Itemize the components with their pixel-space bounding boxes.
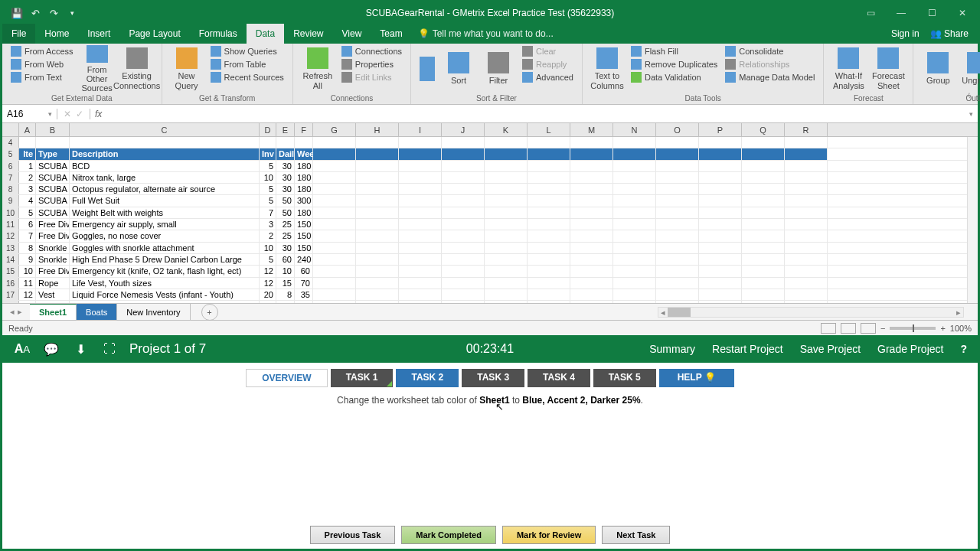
cell[interactable] [528, 230, 570, 241]
new-query-button[interactable]: New Query [168, 45, 205, 93]
cell[interactable] [442, 230, 485, 241]
tab-task4[interactable]: TASK 4 [528, 369, 590, 387]
cell[interactable] [699, 195, 742, 206]
cell[interactable] [656, 289, 699, 300]
share-button[interactable]: 👥 Share [930, 28, 969, 39]
col-header-Q[interactable]: Q [742, 123, 785, 136]
from-web-button[interactable]: From Web [8, 58, 76, 70]
cell[interactable]: 1 [19, 161, 36, 171]
cell[interactable] [485, 278, 528, 289]
existing-connections-button[interactable]: Existing Connections [119, 45, 155, 93]
cell[interactable] [570, 266, 613, 276]
cell[interactable] [613, 278, 656, 289]
cell[interactable] [742, 254, 785, 265]
sheet-tab-new-inventory[interactable]: New Inventory [117, 304, 190, 320]
cell[interactable]: Ite [19, 148, 36, 159]
cell[interactable] [356, 137, 399, 148]
cell[interactable]: 30 [276, 243, 295, 253]
row-header[interactable]: 6 [2, 161, 19, 171]
mark-review-button[interactable]: Mark for Review [502, 526, 596, 544]
tab-review[interactable]: Review [284, 24, 332, 44]
row-header[interactable]: 15 [2, 266, 19, 276]
col-header-B[interactable]: B [36, 123, 70, 136]
cell[interactable]: Weight Belt with weights [70, 207, 260, 218]
cell[interactable] [356, 230, 399, 241]
pagelayout-view-icon[interactable] [841, 323, 856, 334]
advanced-button[interactable]: Advanced [520, 71, 576, 83]
tab-overview[interactable]: OVERVIEW [246, 369, 327, 387]
cell[interactable] [742, 278, 785, 289]
cell[interactable] [356, 254, 399, 265]
cell[interactable] [613, 266, 656, 276]
next-sheet-icon[interactable]: ▸ [18, 307, 22, 317]
cell[interactable]: 6 [19, 219, 36, 230]
from-access-button[interactable]: From Access [8, 45, 76, 57]
relationships-button[interactable]: Relationships [723, 58, 817, 70]
cell[interactable] [785, 207, 828, 218]
col-header-E[interactable]: E [276, 123, 295, 136]
cell[interactable]: SCUBA [36, 207, 70, 218]
cell[interactable] [528, 289, 570, 300]
cell[interactable] [613, 254, 656, 265]
cell[interactable] [442, 266, 485, 276]
cell[interactable] [313, 289, 356, 300]
save-link[interactable]: Save Project [800, 343, 861, 355]
cell[interactable]: 10 [19, 266, 36, 276]
cell[interactable] [485, 243, 528, 253]
cell[interactable] [356, 243, 399, 253]
cell[interactable] [570, 230, 613, 241]
cell[interactable] [785, 172, 828, 183]
save-project-icon[interactable]: ⬇ [71, 340, 90, 358]
cell[interactable]: 150 [295, 230, 313, 241]
cell[interactable] [442, 148, 485, 159]
redo-icon[interactable]: ↷ [45, 5, 62, 21]
horizontal-scrollbar[interactable]: ◂▸ [658, 307, 964, 318]
cell[interactable] [313, 207, 356, 218]
tab-data[interactable]: Data [247, 24, 284, 44]
col-header-L[interactable]: L [528, 123, 570, 136]
cell[interactable] [570, 243, 613, 253]
properties-button[interactable]: Properties [339, 58, 404, 70]
text-to-columns-button[interactable]: Text to Columns [589, 45, 626, 93]
cell[interactable] [485, 289, 528, 300]
new-sheet-icon[interactable]: + [201, 304, 218, 321]
tab-insert[interactable]: Insert [78, 24, 119, 44]
row-header[interactable]: 14 [2, 254, 19, 265]
cell[interactable]: Vest [36, 289, 70, 300]
cell[interactable] [742, 219, 785, 230]
cell[interactable]: 12 [19, 289, 36, 300]
cell[interactable]: Dail [276, 148, 295, 159]
zoom-in-icon[interactable]: + [940, 324, 945, 333]
tab-formulas[interactable]: Formulas [190, 24, 247, 44]
cell[interactable] [313, 243, 356, 253]
cell[interactable] [528, 278, 570, 289]
cell[interactable] [528, 137, 570, 148]
cell[interactable]: Emergency kit (knife, O2 tank, flash lig… [70, 266, 260, 276]
cell[interactable]: 10 [260, 243, 276, 253]
cell[interactable]: 180 [295, 161, 313, 171]
cell[interactable] [528, 148, 570, 159]
tab-home[interactable]: Home [35, 24, 78, 44]
cell[interactable] [570, 195, 613, 206]
cell[interactable] [785, 243, 828, 253]
save-icon[interactable]: 💾 [8, 5, 25, 21]
zoom-slider[interactable] [890, 327, 936, 330]
group-button[interactable]: Group [920, 45, 956, 93]
cell[interactable] [356, 207, 399, 218]
tab-file[interactable]: File [2, 24, 35, 44]
cell[interactable] [570, 207, 613, 218]
zoom-level[interactable]: 100% [950, 324, 972, 333]
cell[interactable] [356, 148, 399, 159]
cell[interactable] [70, 137, 260, 148]
restart-link[interactable]: Restart Project [712, 343, 783, 355]
cell[interactable] [699, 230, 742, 241]
col-header-H[interactable]: H [356, 123, 399, 136]
cell[interactable]: 7 [260, 207, 276, 218]
maximize-icon[interactable]: ☐ [916, 2, 947, 24]
cell[interactable] [313, 219, 356, 230]
cell[interactable]: 240 [295, 254, 313, 265]
cell[interactable] [442, 278, 485, 289]
cell[interactable] [742, 289, 785, 300]
vertical-scrollbar[interactable] [967, 137, 978, 303]
summary-link[interactable]: Summary [649, 343, 695, 355]
